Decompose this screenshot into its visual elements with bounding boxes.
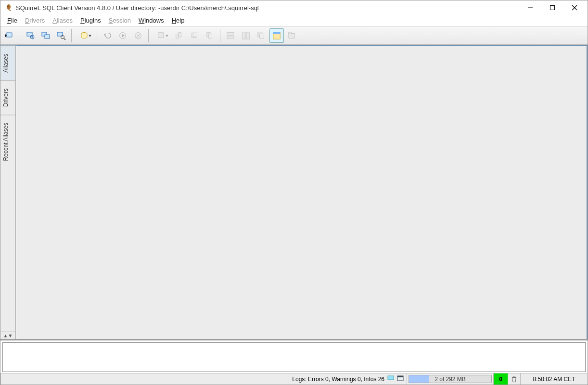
info-flag-icon xyxy=(387,375,394,383)
app-window: SQuirreL SQL Client Version 4.8.0 / User… xyxy=(0,0,588,385)
app-icon xyxy=(4,3,13,12)
svg-rect-2 xyxy=(550,6,555,10)
svg-rect-30 xyxy=(243,32,245,38)
cascade-button xyxy=(254,28,268,43)
side-tab-aliases[interactable]: Aliases xyxy=(0,46,15,80)
window-title: SQuirreL SQL Client Version 4.8.0 / User… xyxy=(16,4,259,12)
side-tab-drivers[interactable]: Drivers xyxy=(0,80,15,115)
status-badge[interactable]: 0 xyxy=(493,373,508,385)
message-pane[interactable] xyxy=(2,342,586,372)
connect-button[interactable] xyxy=(2,28,17,43)
mdi-workspace[interactable] xyxy=(16,45,588,339)
tile-vertical-button xyxy=(239,28,253,43)
status-spacer xyxy=(0,373,289,385)
paste-button xyxy=(172,28,186,43)
menu-plugins[interactable]: Plugins xyxy=(77,16,105,25)
status-memory[interactable]: 2 of 292 MB xyxy=(407,373,493,385)
stop-button xyxy=(131,28,145,43)
menu-session[interactable]: Session xyxy=(105,16,135,25)
message-splitter[interactable] xyxy=(0,339,588,341)
svg-rect-5 xyxy=(6,33,12,37)
close-button[interactable] xyxy=(563,0,586,15)
svg-rect-23 xyxy=(179,32,181,37)
svg-rect-31 xyxy=(246,32,249,38)
menu-help[interactable]: Help xyxy=(168,16,189,25)
saved-sessions-button[interactable]: ▼ xyxy=(75,28,94,43)
status-logs[interactable]: Logs: Errors 0, Warnings 0, Infos 26 xyxy=(289,373,407,385)
svg-rect-41 xyxy=(513,376,515,377)
menu-file[interactable]: File xyxy=(3,16,21,25)
copy-all-button xyxy=(203,28,217,43)
body-area: Aliases Drivers Recent Aliases ▲▼ xyxy=(0,45,588,339)
tile-horizontal-button xyxy=(223,28,238,43)
titlebar: SQuirreL SQL Client Version 4.8.0 / User… xyxy=(0,0,588,15)
minimize-button[interactable] xyxy=(519,0,541,15)
side-tab-recent-aliases[interactable]: Recent Aliases xyxy=(0,115,15,168)
svg-rect-25 xyxy=(193,32,197,37)
find-alias-button[interactable] xyxy=(54,28,68,43)
log-window-icon xyxy=(397,375,404,383)
svg-point-0 xyxy=(8,6,9,7)
tab-off-button xyxy=(285,28,299,43)
rollback-button xyxy=(100,28,115,43)
svg-rect-28 xyxy=(227,32,234,35)
statusbar: Logs: Errors 0, Warnings 0, Infos 26 2 o… xyxy=(0,373,588,385)
window-controls xyxy=(519,0,586,15)
svg-rect-21 xyxy=(158,32,164,38)
gc-button[interactable] xyxy=(508,373,520,385)
svg-rect-38 xyxy=(388,376,394,380)
menu-aliases[interactable]: Aliases xyxy=(49,16,77,25)
status-logs-label: Logs: Errors 0, Warnings 0, Infos 26 xyxy=(292,376,384,383)
menu-drivers[interactable]: Drivers xyxy=(21,16,49,25)
side-tab-scroll-controls[interactable]: ▲▼ xyxy=(0,332,15,339)
toolbar: ▼ ▼ xyxy=(0,26,588,45)
new-session-props-button[interactable] xyxy=(23,28,38,43)
run-button xyxy=(115,28,130,43)
svg-marker-15 xyxy=(104,33,106,36)
svg-rect-33 xyxy=(259,34,264,38)
svg-rect-35 xyxy=(273,32,280,34)
svg-rect-36 xyxy=(289,33,295,38)
menu-windows[interactable]: Windows xyxy=(135,16,168,25)
menubar: File Drivers Aliases Plugins Session Win… xyxy=(0,15,588,26)
svg-rect-22 xyxy=(176,34,179,38)
svg-marker-17 xyxy=(122,34,124,37)
svg-rect-10 xyxy=(45,35,50,38)
side-tab-bar: Aliases Drivers Recent Aliases ▲▼ xyxy=(0,45,16,339)
svg-rect-27 xyxy=(208,34,212,38)
status-clock: 8:50:02 AM CET xyxy=(520,373,588,385)
global-prefs-button[interactable] xyxy=(38,28,53,43)
copy-button xyxy=(187,28,202,43)
svg-rect-40 xyxy=(397,376,403,377)
new-object-button: ▼ xyxy=(152,28,171,43)
maximize-windows-button[interactable] xyxy=(269,28,284,43)
maximize-button[interactable] xyxy=(541,0,563,15)
status-memory-label: 2 of 292 MB xyxy=(407,373,493,385)
svg-line-13 xyxy=(64,38,65,40)
svg-rect-29 xyxy=(227,36,234,38)
svg-rect-37 xyxy=(289,32,291,34)
